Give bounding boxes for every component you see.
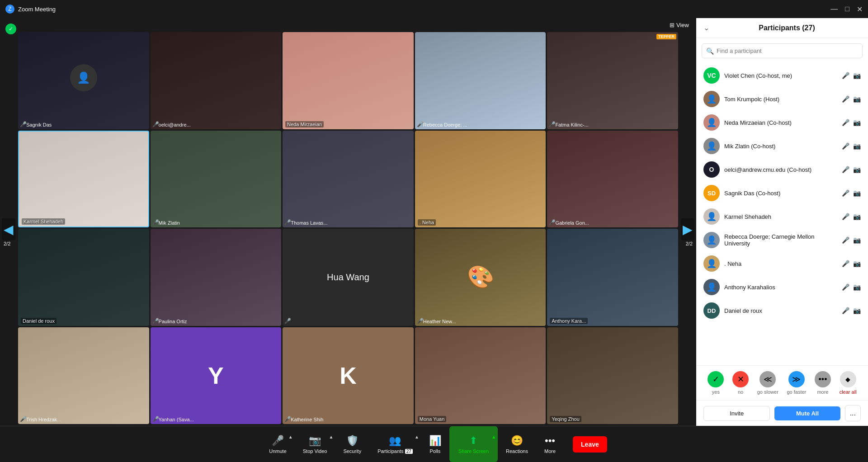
tile-name-anthony: Anthony Kara... — [550, 318, 588, 324]
slower-icon: ≪ — [760, 371, 776, 387]
close-button[interactable]: ✕ — [857, 5, 863, 14]
panel-title: Participants (27) — [713, 24, 861, 32]
polls-button[interactable]: 📊 Polls — [421, 426, 449, 462]
leave-button[interactable]: Leave — [573, 436, 607, 453]
panel-collapse-icon[interactable]: ⌄ — [703, 24, 709, 32]
tile-name-gabriela: Gabriela Gon... — [555, 220, 589, 226]
unmute-icon-rd: 🎤 — [842, 236, 849, 244]
video-tile-yeqing[interactable]: Yeqing Zhou — [547, 327, 678, 424]
cam-icon-dd: 📷 — [853, 307, 861, 314]
security-button[interactable]: 🛡️ Security — [335, 426, 369, 462]
video-tile-heather[interactable]: 🎨 🎤 Heather New... — [415, 229, 546, 326]
video-tile-neda[interactable]: Neda Mirzaeian — [283, 32, 414, 129]
unmute-arrow-icon[interactable]: ▲ — [288, 434, 293, 439]
video-tile-hua[interactable]: Hua Wang 🎤 — [283, 229, 414, 326]
prev-page-arrow[interactable]: ◀ — [2, 218, 15, 240]
video-tile-neha[interactable]: . Neha — [415, 131, 546, 228]
share-screen-icon: ⬆ — [469, 435, 477, 447]
participant-search-input[interactable] — [702, 43, 863, 58]
search-bar: 🔍 — [702, 43, 863, 58]
reaction-yes-button[interactable]: ✓ yes — [708, 371, 724, 395]
reaction-more-button[interactable]: ••• more — [815, 371, 831, 395]
participant-item-rd[interactable]: 👤 Rebecca Doerge; Carnegie Mellon Univer… — [696, 228, 868, 252]
video-tile-trish[interactable]: 🎤 Trish Hredzak... — [18, 327, 149, 424]
cam-icon-mz: 📷 — [853, 142, 861, 150]
reaction-faster-label: go faster — [787, 389, 806, 395]
reaction-slower-button[interactable]: ≪ go slower — [757, 371, 778, 395]
microphone-off-icon: 🎤 — [272, 435, 284, 447]
panel-actions: Invite Mute All ... — [696, 400, 868, 426]
stop-video-arrow-icon[interactable]: ▲ — [329, 434, 333, 439]
video-tile-anthony[interactable]: Anthony Kara... — [547, 229, 678, 326]
avatar-mz: 👤 — [703, 138, 720, 154]
view-button[interactable]: ⊞ View — [670, 22, 689, 28]
video-tile-katherine[interactable]: K 🎤 Katherine Shih — [283, 327, 414, 424]
stop-video-button[interactable]: 📷 Stop Video ▲ — [295, 426, 335, 462]
reaction-no-button[interactable]: ✕ no — [732, 371, 749, 395]
icons-ks: 🎤 📷 — [842, 213, 861, 220]
avatar-sd: SD — [703, 185, 720, 201]
tile-center-name-hua: Hua Wang — [327, 272, 369, 283]
video-tile-mik[interactable]: 🎤 Mik Zlatin — [151, 131, 282, 228]
video-tile-sagnik[interactable]: 👤 🎤 Sagnik Das — [18, 32, 149, 129]
mute-icon-paulina: 🎤 — [152, 318, 159, 324]
video-tile-paulina[interactable]: 🎤 Paulina Ortiz — [151, 229, 282, 326]
video-tile-daniel[interactable]: Daniel de roux — [18, 229, 149, 326]
participants-arrow-icon[interactable]: ▲ — [415, 434, 419, 439]
video-tile-oelci[interactable]: 🎤 oelci@andre... — [151, 32, 282, 129]
reactions-button[interactable]: 😊 Reactions — [498, 426, 536, 462]
titlebar-left: Z Zoom Meeting — [5, 5, 56, 14]
app-title: Zoom Meeting — [18, 6, 56, 13]
search-icon: 🔍 — [706, 47, 714, 55]
reaction-clear-button[interactable]: ◆ clear all — [840, 371, 857, 395]
panel-more-button[interactable]: ... — [845, 405, 861, 421]
video-tile-rebecca[interactable]: 🎤 Rebecca Doerge; ... — [415, 32, 546, 129]
share-screen-arrow-icon[interactable]: ▲ — [491, 434, 496, 439]
invite-button[interactable]: Invite — [703, 406, 770, 421]
unmute-icon-ks: 🎤 — [842, 213, 849, 220]
participant-item-dd[interactable]: DD Daniel de roux 🎤 📷 — [696, 299, 868, 322]
tile-name-neha: . Neha — [418, 219, 436, 226]
participant-item-ne[interactable]: 👤 . Neha 🎤 📷 — [696, 252, 868, 275]
tile-name-karmel: Karmel Shehadeh — [22, 218, 65, 225]
cam-icon-nm: 📷 — [853, 119, 861, 126]
avatar-tk: 👤 — [703, 91, 720, 107]
reaction-no-label: no — [738, 389, 743, 395]
icons-vc: 🎤 📷 — [842, 72, 861, 79]
mute-icon-yanhan: 🎤 — [152, 416, 159, 422]
next-page-arrow[interactable]: ▶ — [681, 218, 694, 240]
video-tile-yanhan[interactable]: Y 🎤 Yanhan (Sava... — [151, 327, 282, 424]
video-tile-karmel[interactable]: Karmel Shehadeh — [18, 131, 149, 228]
participant-item-oa[interactable]: O oelci@andrew.cmu.edu (Co-host) 🎤 📷 — [696, 158, 868, 181]
mute-all-button[interactable]: Mute All — [774, 406, 840, 420]
participant-item-vc[interactable]: VC Violet Chen (Co-host, me) 🎤 📷 — [696, 64, 868, 87]
reaction-faster-button[interactable]: ≫ go faster — [787, 371, 806, 395]
icons-ne: 🎤 📷 — [842, 260, 861, 267]
share-screen-button[interactable]: ⬆ Share Screen ▲ — [449, 426, 498, 462]
minimize-button[interactable]: — — [830, 5, 838, 13]
mute-icon-fatma: 🎤 — [549, 121, 556, 127]
reaction-slower-label: go slower — [757, 389, 778, 395]
reactions-label: Reactions — [506, 448, 528, 454]
video-tile-gabriela[interactable]: 🎤 Gabriela Gon... — [547, 131, 678, 228]
icons-tk: 🎤 📷 — [842, 95, 861, 103]
participant-item-mz[interactable]: 👤 Mik Zlatin (Co-host) 🎤 📷 — [696, 134, 868, 158]
maximize-button[interactable]: □ — [845, 5, 849, 13]
participant-item-tk[interactable]: 👤 Tom Krumpolc (Host) 🎤 📷 — [696, 87, 868, 111]
video-tile-thomas[interactable]: 🎤 Thomas Lavas... — [283, 131, 414, 228]
cam-icon-ne: 📷 — [853, 260, 861, 267]
participant-item-ks[interactable]: 👤 Karmel Shehadeh 🎤 📷 — [696, 205, 868, 228]
tile-name-thomas: Thomas Lavas... — [291, 220, 327, 226]
more-button[interactable]: ••• More — [536, 426, 564, 462]
unmute-button[interactable]: 🎤 Unmute ▲ — [261, 426, 295, 462]
panel-header: ⌄ Participants (27) — [696, 18, 868, 38]
participant-item-nm[interactable]: 👤 Neda Mirzaeian (Co-host) 🎤 📷 — [696, 111, 868, 134]
participant-item-sd[interactable]: SD Sagnik Das (Co-host) 🎤 📷 — [696, 181, 868, 205]
participants-button[interactable]: 👥 Participants 27 ▲ — [369, 426, 421, 462]
video-tile-mona[interactable]: Mona Yuan — [415, 327, 546, 424]
video-tile-fatma[interactable]: TEPPER 🎤 Fatma Kilinc-... — [547, 32, 678, 129]
participant-item-ak[interactable]: 👤 Anthony Karahalios 🎤 📷 — [696, 275, 868, 299]
name-tk: Tom Krumpolc (Host) — [724, 96, 837, 103]
icons-mz: 🎤 📷 — [842, 142, 861, 150]
zoom-logo: Z — [5, 5, 14, 14]
